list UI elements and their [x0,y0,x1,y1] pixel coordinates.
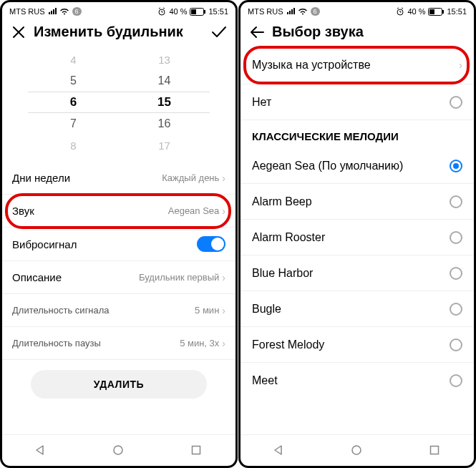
row-signal-length[interactable]: Длительность сигнала 5 мин › [2,294,235,327]
nav-home-icon[interactable] [351,444,364,457]
nav-bar [241,434,474,466]
svg-rect-5 [192,446,200,454]
hours-column[interactable]: 4 5 6 7 8 [28,49,119,156]
row-sound[interactable]: Звук Aegean Sea › [2,195,235,228]
notif-badge: 6 [72,7,82,16]
picker-value: 5 [70,70,77,92]
battery-pct: 40 % [169,7,187,16]
row-label: Длительность сигнала [12,305,195,316]
signal-icon [286,8,295,15]
svg-rect-11 [430,446,438,454]
svg-rect-3 [191,9,196,14]
row-value: 5 мин [195,305,219,316]
row-label: Дни недели [12,172,162,184]
title-bar-right: Выбор звука [241,19,474,46]
picker-value: 8 [70,135,76,156]
chevron-right-icon: › [222,205,225,217]
svg-rect-2 [204,10,205,14]
nav-home-icon[interactable] [112,444,125,457]
delete-button[interactable]: УДАЛИТЬ [31,370,207,399]
sound-item-alarm-beep[interactable]: Alarm Beep [241,184,474,220]
row-value: Будильник первый [139,272,219,283]
svg-point-4 [114,446,122,454]
radio-off-icon[interactable] [450,338,462,351]
picker-value: 17 [158,135,170,156]
nav-recent-icon[interactable] [190,444,203,457]
row-value: Каждый день [162,172,219,183]
clock-label: 15:51 [208,7,228,16]
sound-item-aegean-sea[interactable]: Aegean Sea (По умолчанию) [241,148,474,184]
picker-value: 16 [158,113,171,135]
close-icon[interactable] [11,24,26,40]
page-title-left: Изменить будильник [34,24,204,40]
row-days[interactable]: Дни недели Каждый день › [2,162,235,195]
picker-value: 14 [158,70,171,92]
nav-recent-icon[interactable] [429,444,442,457]
notif-badge: 6 [311,7,320,16]
radio-off-icon[interactable] [450,231,462,244]
svg-rect-9 [429,9,434,14]
picker-value: 7 [70,113,77,135]
clock-label: 15:51 [447,7,467,16]
nav-back-icon[interactable] [273,444,286,457]
row-none[interactable]: Нет [241,84,474,120]
row-label: Описание [12,271,139,283]
chevron-right-icon: › [222,272,225,283]
alarm-icon [396,7,404,16]
row-label: Forest Melody [252,338,450,351]
row-label: Meet [252,374,450,387]
sound-item-bugle[interactable]: Bugle [241,291,474,327]
row-description[interactable]: Описание Будильник первый › [2,261,235,294]
picker-value: 15 [119,92,210,113]
status-bar: MTS RUS 6 40 % 15:51 [2,2,235,19]
sound-item-meet[interactable]: Meet [241,363,474,399]
minutes-column[interactable]: 13 14 15 16 17 [119,49,210,156]
picker-value: 6 [28,92,119,113]
status-bar: MTS RUS 6 40 % 15:51 [241,2,474,19]
vibro-toggle[interactable] [197,236,225,252]
battery-pct: 40 % [407,7,425,16]
carrier-label: MTS RUS [9,7,45,16]
battery-icon [428,8,444,16]
picker-value: 13 [158,49,170,70]
row-label: Длительность паузы [12,338,180,348]
radio-off-icon[interactable] [450,303,462,316]
row-label: Alarm Rooster [252,231,450,244]
sound-item-forest-melody[interactable]: Forest Melody [241,327,474,363]
chevron-right-icon: › [222,338,225,349]
row-vibro[interactable]: Вибросигнал [2,228,235,261]
nav-back-icon[interactable] [34,444,47,457]
row-pause-length[interactable]: Длительность паузы 5 мин, 3x › [2,327,235,360]
svg-point-10 [352,446,361,454]
sound-item-alarm-rooster[interactable]: Alarm Rooster [241,220,474,255]
row-label: Alarm Beep [252,195,450,208]
picker-value: 4 [70,49,76,70]
row-label: Вибросигнал [12,238,197,250]
phone-right: MTS RUS 6 40 % 15:51 [238,0,476,468]
check-icon[interactable] [211,24,227,40]
alarm-icon [157,7,166,16]
title-bar-left: Изменить будильник [2,19,235,46]
sound-item-blue-harbor[interactable]: Blue Harbor [241,255,474,291]
row-label: Музыка на устройстве [252,59,459,72]
chevron-right-icon: › [222,172,225,184]
page-title-right: Выбор звука [272,24,465,40]
row-value: Aegean Sea [168,205,220,216]
radio-on-icon[interactable] [450,160,462,172]
row-label: Aegean Sea (По умолчанию) [252,160,450,172]
radio-off-icon[interactable] [450,195,462,208]
battery-icon [190,8,205,16]
radio-off-icon[interactable] [450,267,462,280]
wifi-icon [298,8,308,15]
carrier-label: MTS RUS [248,7,283,16]
chevron-right-icon: › [459,59,462,71]
time-picker[interactable]: 4 5 6 7 8 13 14 15 16 17 [2,46,235,162]
radio-off-icon[interactable] [450,96,462,109]
signal-icon [48,8,57,15]
row-label: Нет [252,96,450,109]
back-icon[interactable] [249,24,265,40]
row-label: Blue Harbor [252,267,450,280]
row-device-music[interactable]: Музыка на устройстве › [241,46,474,84]
radio-off-icon[interactable] [450,374,462,387]
row-label: Звук [12,205,168,217]
